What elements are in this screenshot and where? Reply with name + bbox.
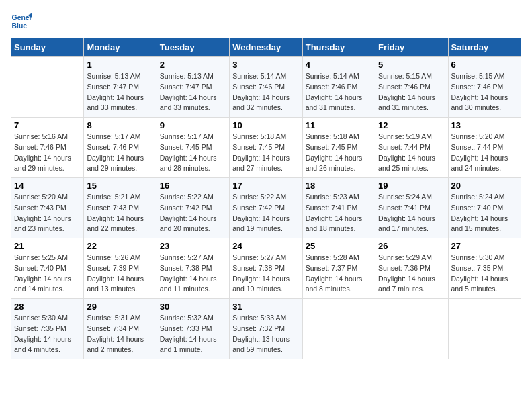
day-cell: 24Sunrise: 5:27 AMSunset: 7:38 PMDayligh…: [230, 238, 302, 299]
day-info: Sunrise: 5:24 AMSunset: 7:41 PMDaylight:…: [378, 192, 445, 234]
day-info: Sunrise: 5:27 AMSunset: 7:38 PMDaylight:…: [160, 253, 226, 295]
calendar-body: 1Sunrise: 5:13 AMSunset: 7:47 PMDaylight…: [11, 57, 521, 359]
day-cell: 2Sunrise: 5:13 AMSunset: 7:47 PMDaylight…: [157, 57, 229, 118]
day-number: 11: [306, 120, 372, 130]
day-number: 7: [14, 120, 81, 130]
day-info: Sunrise: 5:23 AMSunset: 7:41 PMDaylight:…: [306, 192, 372, 234]
day-number: 31: [232, 302, 299, 312]
day-cell: 30Sunrise: 5:32 AMSunset: 7:33 PMDayligh…: [157, 299, 229, 359]
day-info: Sunrise: 5:28 AMSunset: 7:37 PMDaylight:…: [306, 253, 372, 295]
day-info: Sunrise: 5:15 AMSunset: 7:46 PMDaylight:…: [378, 71, 445, 113]
day-cell: 9Sunrise: 5:17 AMSunset: 7:45 PMDaylight…: [157, 118, 229, 178]
day-number: 26: [378, 241, 445, 251]
day-cell: 8Sunrise: 5:17 AMSunset: 7:46 PMDaylight…: [84, 118, 157, 178]
day-info: Sunrise: 5:18 AMSunset: 7:45 PMDaylight:…: [306, 132, 372, 174]
week-row-3: 14Sunrise: 5:20 AMSunset: 7:43 PMDayligh…: [11, 178, 521, 238]
day-cell: 15Sunrise: 5:21 AMSunset: 7:43 PMDayligh…: [84, 178, 157, 238]
day-number: 5: [378, 60, 445, 70]
header-cell-monday: Monday: [84, 38, 157, 57]
day-number: 10: [232, 120, 299, 130]
day-info: Sunrise: 5:24 AMSunset: 7:40 PMDaylight:…: [451, 192, 518, 234]
day-cell: 28Sunrise: 5:30 AMSunset: 7:35 PMDayligh…: [11, 299, 84, 359]
day-cell: 13Sunrise: 5:20 AMSunset: 7:44 PMDayligh…: [448, 118, 521, 178]
day-info: Sunrise: 5:17 AMSunset: 7:45 PMDaylight:…: [160, 132, 226, 174]
logo-icon: General Blue: [11, 11, 32, 32]
day-info: Sunrise: 5:30 AMSunset: 7:35 PMDaylight:…: [14, 313, 81, 355]
day-number: 25: [306, 241, 372, 251]
day-info: Sunrise: 5:17 AMSunset: 7:46 PMDaylight:…: [87, 132, 153, 174]
day-number: 3: [232, 60, 299, 70]
day-number: 4: [306, 60, 372, 70]
svg-text:Blue: Blue: [12, 22, 28, 30]
header-cell-friday: Friday: [375, 38, 448, 57]
day-number: 22: [87, 241, 153, 251]
week-row-1: 1Sunrise: 5:13 AMSunset: 7:47 PMDaylight…: [11, 57, 521, 118]
day-cell: 27Sunrise: 5:30 AMSunset: 7:35 PMDayligh…: [448, 238, 521, 299]
week-row-4: 21Sunrise: 5:25 AMSunset: 7:40 PMDayligh…: [11, 238, 521, 299]
day-number: 17: [232, 181, 299, 191]
day-info: Sunrise: 5:33 AMSunset: 7:32 PMDaylight:…: [232, 313, 299, 355]
day-cell: 12Sunrise: 5:19 AMSunset: 7:44 PMDayligh…: [375, 118, 448, 178]
day-cell: 17Sunrise: 5:22 AMSunset: 7:42 PMDayligh…: [230, 178, 302, 238]
day-info: Sunrise: 5:20 AMSunset: 7:44 PMDaylight:…: [451, 132, 518, 174]
day-cell: 7Sunrise: 5:16 AMSunset: 7:46 PMDaylight…: [11, 118, 84, 178]
day-info: Sunrise: 5:31 AMSunset: 7:34 PMDaylight:…: [87, 313, 153, 355]
day-info: Sunrise: 5:15 AMSunset: 7:46 PMDaylight:…: [451, 71, 518, 113]
day-cell: [448, 299, 521, 359]
day-info: Sunrise: 5:14 AMSunset: 7:46 PMDaylight:…: [232, 71, 299, 113]
day-cell: 31Sunrise: 5:33 AMSunset: 7:32 PMDayligh…: [230, 299, 302, 359]
day-cell: [302, 299, 375, 359]
day-cell: 14Sunrise: 5:20 AMSunset: 7:43 PMDayligh…: [11, 178, 84, 238]
day-number: 30: [160, 302, 226, 312]
day-cell: 29Sunrise: 5:31 AMSunset: 7:34 PMDayligh…: [84, 299, 157, 359]
day-info: Sunrise: 5:19 AMSunset: 7:44 PMDaylight:…: [378, 132, 445, 174]
day-info: Sunrise: 5:25 AMSunset: 7:40 PMDaylight:…: [14, 253, 81, 295]
day-number: 27: [451, 241, 518, 251]
header: General Blue: [11, 11, 521, 32]
day-number: 24: [232, 241, 299, 251]
day-number: 19: [378, 181, 445, 191]
day-cell: 6Sunrise: 5:15 AMSunset: 7:46 PMDaylight…: [448, 57, 521, 118]
day-number: 29: [87, 302, 153, 312]
header-cell-thursday: Thursday: [302, 38, 375, 57]
day-cell: 10Sunrise: 5:18 AMSunset: 7:45 PMDayligh…: [230, 118, 302, 178]
header-cell-saturday: Saturday: [448, 38, 521, 57]
day-cell: 3Sunrise: 5:14 AMSunset: 7:46 PMDaylight…: [230, 57, 302, 118]
day-number: 16: [160, 181, 226, 191]
calendar-header: SundayMondayTuesdayWednesdayThursdayFrid…: [11, 38, 521, 57]
day-info: Sunrise: 5:29 AMSunset: 7:36 PMDaylight:…: [378, 253, 445, 295]
day-number: 2: [160, 60, 226, 70]
day-number: 13: [451, 120, 518, 130]
day-number: 18: [306, 181, 372, 191]
day-info: Sunrise: 5:21 AMSunset: 7:43 PMDaylight:…: [87, 192, 153, 234]
day-number: 23: [160, 241, 226, 251]
day-cell: 20Sunrise: 5:24 AMSunset: 7:40 PMDayligh…: [448, 178, 521, 238]
day-number: 9: [160, 120, 226, 130]
week-row-2: 7Sunrise: 5:16 AMSunset: 7:46 PMDaylight…: [11, 118, 521, 178]
day-cell: 22Sunrise: 5:26 AMSunset: 7:39 PMDayligh…: [84, 238, 157, 299]
day-info: Sunrise: 5:26 AMSunset: 7:39 PMDaylight:…: [87, 253, 153, 295]
day-number: 28: [14, 302, 81, 312]
day-cell: [11, 57, 84, 118]
day-cell: 4Sunrise: 5:14 AMSunset: 7:46 PMDaylight…: [302, 57, 375, 118]
day-cell: 11Sunrise: 5:18 AMSunset: 7:45 PMDayligh…: [302, 118, 375, 178]
day-cell: 19Sunrise: 5:24 AMSunset: 7:41 PMDayligh…: [375, 178, 448, 238]
day-info: Sunrise: 5:13 AMSunset: 7:47 PMDaylight:…: [160, 71, 226, 113]
day-number: 1: [87, 60, 153, 70]
day-info: Sunrise: 5:22 AMSunset: 7:42 PMDaylight:…: [160, 192, 226, 234]
header-cell-sunday: Sunday: [11, 38, 84, 57]
day-info: Sunrise: 5:27 AMSunset: 7:38 PMDaylight:…: [232, 253, 299, 295]
day-info: Sunrise: 5:18 AMSunset: 7:45 PMDaylight:…: [232, 132, 299, 174]
day-cell: 26Sunrise: 5:29 AMSunset: 7:36 PMDayligh…: [375, 238, 448, 299]
day-cell: 5Sunrise: 5:15 AMSunset: 7:46 PMDaylight…: [375, 57, 448, 118]
calendar-table: SundayMondayTuesdayWednesdayThursdayFrid…: [11, 38, 521, 359]
day-cell: [375, 299, 448, 359]
week-row-5: 28Sunrise: 5:30 AMSunset: 7:35 PMDayligh…: [11, 299, 521, 359]
day-number: 6: [451, 60, 518, 70]
header-cell-wednesday: Wednesday: [230, 38, 302, 57]
day-cell: 18Sunrise: 5:23 AMSunset: 7:41 PMDayligh…: [302, 178, 375, 238]
day-number: 14: [14, 181, 81, 191]
day-cell: 25Sunrise: 5:28 AMSunset: 7:37 PMDayligh…: [302, 238, 375, 299]
day-cell: 21Sunrise: 5:25 AMSunset: 7:40 PMDayligh…: [11, 238, 84, 299]
day-number: 12: [378, 120, 445, 130]
